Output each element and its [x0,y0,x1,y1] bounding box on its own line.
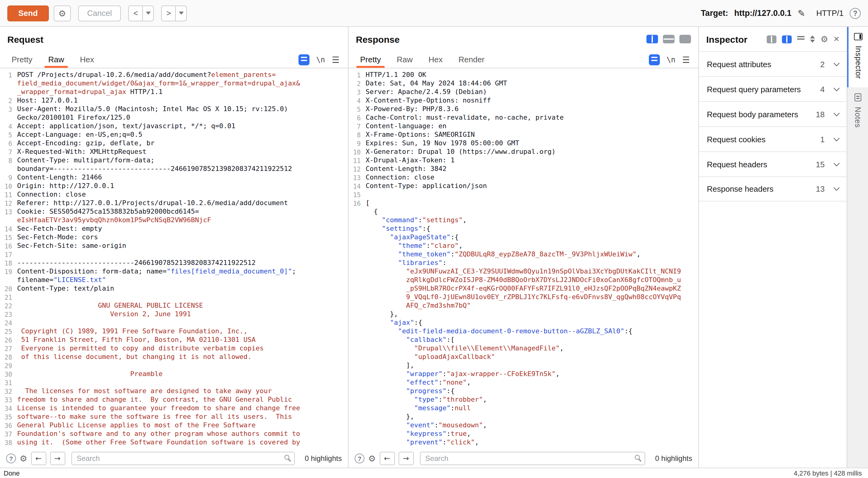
code-line[interactable]: "keypress":true, [348,430,698,438]
syntax-highlight-toggle-icon[interactable] [649,54,660,65]
code-line[interactable]: "ajaxPageState":{ [348,233,698,242]
layout-single-icon[interactable] [679,35,691,43]
layout-rows-icon[interactable] [663,35,675,43]
inspector-section-response-headers[interactable]: Response headers13 [699,176,847,202]
code-line[interactable]: 35software--to make sure the software is… [0,413,348,421]
code-line[interactable]: 28 of this license document, but changin… [0,353,348,361]
code-line[interactable]: 9Content-Length: 21466 [0,173,348,182]
code-line[interactable]: 4Accept: application/json, text/javascri… [0,122,348,131]
code-line[interactable]: ], [348,361,698,370]
history-back-button[interactable]: < [128,5,143,21]
inspector-section-request-query-parameters[interactable]: Request query parameters4 [699,76,847,101]
cancel-button[interactable]: Cancel [78,5,121,21]
code-line[interactable]: "message":null [348,404,698,413]
code-line[interactable]: 22 GNU GENERAL PUBLIC LICENSE [0,302,348,310]
search-settings-icon[interactable]: ⚙ [20,454,27,464]
code-line[interactable]: "type":"throbber", [348,396,698,404]
search-next-button[interactable]: → [398,452,413,465]
code-line[interactable]: 36General Public License applies to most… [0,421,348,430]
code-line[interactable]: Gecko/20100101 Firefox/125.0 [0,114,348,122]
show-newlines-toggle[interactable]: \n [666,55,675,64]
code-line[interactable]: 14Content-Type: application/json [348,182,698,190]
tab-hex[interactable]: Hex [421,51,451,68]
code-line[interactable]: _wrapper_format=drupal_ajax HTTP/1.1 [0,88,348,96]
code-line[interactable]: 9_VQqLf0-JjUEwn8U1ov0EY_rZPBLJ1Yc7KLFsfq… [348,293,698,302]
code-line[interactable]: "progress":{ [348,387,698,396]
inspector-view-list-icon[interactable] [767,35,776,43]
inspector-section-request-cookies[interactable]: Request cookies1 [699,126,847,151]
code-line[interactable]: 21 [0,293,348,302]
code-line[interactable]: "effect":"none", [348,379,698,387]
code-line[interactable]: "ajax":{ [348,319,698,327]
code-line[interactable]: filename="LICENSE.txt" [0,276,348,285]
inspector-settings-icon[interactable]: ⚙ [820,34,828,44]
code-line[interactable]: 3User-Agent: Mozilla/5.0 (Macintosh; Int… [0,105,348,114]
rail-tab-notes[interactable]: Notes [847,87,868,136]
code-line[interactable]: boundary=-----------------------------24… [0,165,348,173]
code-line[interactable]: "callback":[ [348,336,698,344]
code-line[interactable]: 2Host: 127.0.0.1 [0,96,348,105]
code-line[interactable]: 38using it. (Some other Free Software Fo… [0,438,348,447]
close-icon[interactable]: × [834,34,839,44]
code-line[interactable]: 5X-Powered-By: PHP/8.3.6 [348,105,698,114]
show-newlines-toggle[interactable]: \n [316,55,325,64]
code-line[interactable]: 24 [0,319,348,327]
response-editor[interactable]: 1HTTP/1.1 200 OK2Date: Sat, 04 May 2024 … [348,68,698,449]
tab-hex[interactable]: Hex [72,51,102,68]
expand-collapse-icon[interactable] [810,35,815,43]
code-line[interactable]: 15 [348,190,698,199]
tab-pretty[interactable]: Pretty [4,51,40,68]
code-line[interactable]: }, [348,310,698,319]
history-forward-button[interactable]: > [161,5,176,21]
send-button[interactable]: Send [7,5,49,21]
code-line[interactable]: 1POST /Projects/drupal-10.2.6/media/add/… [0,71,348,79]
code-line[interactable]: 8X-Frame-Options: SAMEORIGIN [348,131,698,139]
code-line[interactable]: 19Content-Disposition: form-data; name="… [0,267,348,276]
code-line[interactable]: "settings":{ [348,225,698,233]
code-line[interactable]: 10X-Generator: Drupal 10 (https://www.dr… [348,148,698,156]
search-settings-icon[interactable]: ⚙ [368,454,376,464]
rail-tab-inspector[interactable]: Inspector [847,27,868,87]
code-line[interactable]: 34License is intended to guarantee your … [0,404,348,413]
code-line[interactable]: 4X-Content-Type-Options: nosniff [348,96,698,105]
search-help-icon[interactable]: ? [355,454,364,464]
code-line[interactable]: field_media_document/widget/0&ajax_form=… [0,79,348,88]
code-line[interactable]: 10Origin: http://127.0.0.1 [0,182,348,190]
code-line[interactable]: 30 Preamble [0,370,348,379]
code-line[interactable]: "theme_token":"ZQDBULqR8_eypZ8eA78_8azcT… [348,250,698,259]
code-line[interactable]: 6Accept-Encoding: gzip, deflate, br [0,139,348,148]
code-line[interactable]: "prevent":"click", [348,438,698,447]
code-line[interactable]: "edit-field-media-document-0-remove-butt… [348,327,698,336]
code-line[interactable]: 11Connection: close [0,190,348,199]
tab-pretty[interactable]: Pretty [352,51,389,68]
code-line[interactable]: 29 [0,361,348,370]
request-search-input[interactable] [71,452,295,465]
code-line[interactable]: _pS9HLbR7ROcrPX4f-eqKGrOQ00FAFYFsR7IFZL9… [348,285,698,293]
code-line[interactable]: 32 The licenses for most software are de… [0,387,348,396]
edit-target-icon[interactable]: ✎ [798,8,805,19]
code-line[interactable]: "wrapper":"ajax-wrapper--CFoEkE9TnSk", [348,370,698,379]
tab-raw[interactable]: Raw [389,51,421,68]
editor-menu-icon[interactable]: ☰ [682,55,690,64]
code-line[interactable]: "command":"settings", [348,216,698,225]
code-line[interactable]: "theme":"claro", [348,242,698,250]
code-line[interactable]: { [348,208,698,216]
code-line[interactable]: 6Cache-Control: must-revalidate, no-cach… [348,114,698,122]
code-line[interactable]: 5Accept-Language: en-US,en;q=0.5 [0,131,348,139]
code-line[interactable]: "libraries": [348,259,698,267]
inspector-section-request-body-parameters[interactable]: Request body parameters18 [699,101,847,126]
search-next-button[interactable]: → [50,452,65,465]
tab-render[interactable]: Render [451,51,492,68]
code-line[interactable]: 17 [0,250,348,259]
request-editor[interactable]: 1POST /Projects/drupal-10.2.6/media/add/… [0,68,348,449]
response-search-input[interactable] [420,452,645,465]
code-line[interactable]: 18-----------------------------246619078… [0,259,348,267]
code-line[interactable]: 9Expires: Sun, 19 Nov 1978 05:00:00 GMT [348,139,698,148]
code-line[interactable]: 25 Copyright (C) 1989, 1991 Free Softwar… [0,327,348,336]
inspector-section-request-attributes[interactable]: Request attributes2 [699,51,847,76]
code-line[interactable]: 26 51 Franklin Street, Fifth Floor, Bost… [0,336,348,344]
code-line[interactable]: 27 Everyone is permitted to copy and dis… [0,344,348,353]
tab-raw[interactable]: Raw [40,51,72,68]
code-line[interactable]: 7X-Requested-With: XMLHttpRequest [0,148,348,156]
code-line[interactable]: 1HTTP/1.1 200 OK [348,71,698,79]
